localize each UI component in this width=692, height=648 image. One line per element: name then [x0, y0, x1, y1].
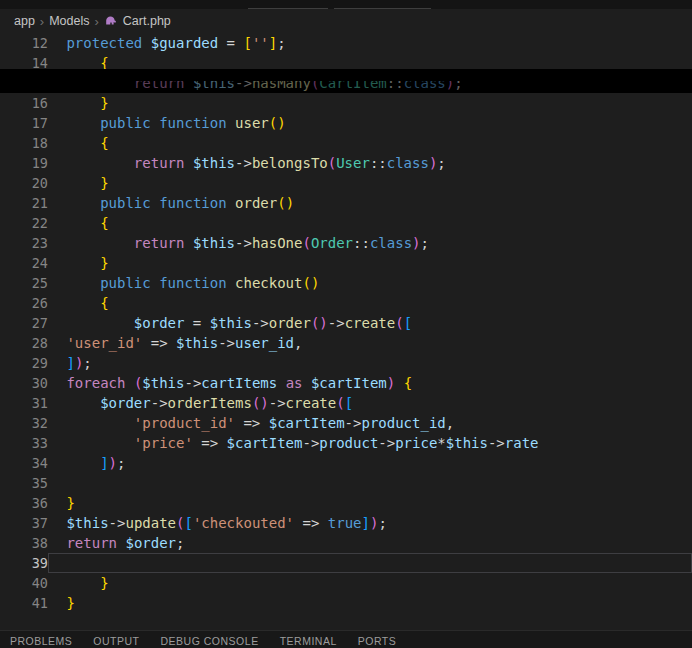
line-number[interactable]: [0, 73, 48, 93]
code-line[interactable]: 31 $order->orderItems()->create([: [0, 393, 692, 413]
breadcrumb-item-models[interactable]: Models: [49, 14, 89, 28]
line-number[interactable]: 29: [0, 353, 48, 373]
code-token: [58, 155, 134, 171]
code-line[interactable]: 30 foreach ($this->cartItems as $cartIte…: [0, 373, 692, 393]
line-number[interactable]: 28: [0, 333, 48, 353]
code-token: cartItems: [201, 375, 277, 391]
code-token: ]: [100, 455, 108, 471]
line-number[interactable]: 40: [0, 573, 48, 593]
vscode-window: app › Models › Cart.php 12 protected $gu…: [0, 0, 692, 648]
code-line[interactable]: 39: [0, 553, 692, 573]
line-number[interactable]: 31: [0, 393, 48, 413]
code-line[interactable]: 23 return $this->hasOne(Order::class);: [0, 233, 692, 253]
code-line[interactable]: 28 'user_id' => $this->user_id,: [0, 333, 692, 353]
code-line[interactable]: 18 {: [0, 133, 692, 153]
code-token: [58, 395, 100, 411]
panel-tab-output[interactable]: OUTPUT: [93, 635, 139, 647]
code-token: [303, 375, 311, 391]
code-line[interactable]: 19 return $this->belongsTo(User::class);: [0, 153, 692, 173]
line-number[interactable]: 30: [0, 373, 48, 393]
code-token: [58, 575, 100, 591]
code-line[interactable]: 40 }: [0, 573, 692, 593]
code-line[interactable]: 38 return $order;: [0, 533, 692, 553]
breadcrumb-item-file[interactable]: Cart.php: [123, 14, 171, 28]
breadcrumb-item-app[interactable]: app: [14, 14, 35, 28]
code-token: =>: [142, 335, 176, 351]
code-line[interactable]: 37 $this->update(['checkouted' => true])…: [0, 513, 692, 533]
line-number[interactable]: 19: [0, 153, 48, 173]
line-number[interactable]: 41: [0, 593, 48, 613]
code-line[interactable]: 32 'product_id' => $cartItem->product_id…: [0, 413, 692, 433]
code-line[interactable]: 16 }: [0, 93, 692, 113]
code-token: 'user_id': [66, 335, 142, 351]
line-number[interactable]: 22: [0, 213, 48, 233]
code-token: ;: [421, 235, 429, 251]
panel-tab-problems[interactable]: PROBLEMS: [10, 635, 72, 647]
code-token: return: [66, 535, 117, 551]
code-token: [: [184, 515, 192, 531]
code-line[interactable]: 21 public function order(): [0, 193, 692, 213]
line-number[interactable]: 24: [0, 253, 48, 273]
code-text: ]);: [48, 453, 692, 473]
panel-tab-terminal[interactable]: TERMINAL: [280, 635, 337, 647]
line-number[interactable]: 33: [0, 433, 48, 453]
code-line[interactable]: 29 ]);: [0, 353, 692, 373]
code-token: ): [446, 75, 454, 91]
line-number[interactable]: 38: [0, 533, 48, 553]
code-line[interactable]: 41 }: [0, 593, 692, 613]
line-number[interactable]: 35: [0, 473, 48, 493]
code-line[interactable]: return $this->hasMany(CartItem::class);: [0, 73, 692, 93]
code-token: [184, 155, 192, 171]
code-token: ): [412, 235, 420, 251]
code-line[interactable]: 33 'price' => $cartItem->product->price*…: [0, 433, 692, 453]
code-token: [: [345, 395, 353, 411]
code-token: [151, 195, 159, 211]
code-line[interactable]: 12 protected $guarded = [''];: [0, 33, 692, 53]
code-token: order: [269, 315, 311, 331]
code-token: $cartItem: [227, 435, 303, 451]
code-line[interactable]: 22 {: [0, 213, 692, 233]
code-text: }: [48, 93, 692, 113]
code-token: 'checkouted': [193, 515, 294, 531]
panel-tab-bar: PROBLEMSOUTPUTDEBUG CONSOLETERMINALPORTS: [0, 630, 692, 648]
code-token: (: [395, 315, 403, 331]
code-token: rate: [505, 435, 539, 451]
line-number[interactable]: 20: [0, 173, 48, 193]
line-number[interactable]: 16: [0, 93, 48, 113]
code-token: ): [109, 455, 117, 471]
code-line[interactable]: 25 public function checkout(): [0, 273, 692, 293]
line-number[interactable]: 17: [0, 113, 48, 133]
line-number[interactable]: 34: [0, 453, 48, 473]
line-number[interactable]: 26: [0, 293, 48, 313]
code-token: $this: [446, 435, 488, 451]
code-line[interactable]: 24 }: [0, 253, 692, 273]
line-number[interactable]: 18: [0, 133, 48, 153]
code-token: (: [336, 395, 344, 411]
code-line[interactable]: 17 public function user(): [0, 113, 692, 133]
line-number[interactable]: 25: [0, 273, 48, 293]
line-number[interactable]: 37: [0, 513, 48, 533]
panel-tab-debug-console[interactable]: DEBUG CONSOLE: [161, 635, 259, 647]
line-number[interactable]: 32: [0, 413, 48, 433]
code-token: [58, 455, 100, 471]
code-line[interactable]: 36 }: [0, 493, 692, 513]
code-line[interactable]: 35: [0, 473, 692, 493]
code-token: }: [66, 495, 74, 511]
code-line[interactable]: 27 $order = $this->order()->create([: [0, 313, 692, 333]
tab-divider: [334, 8, 431, 9]
code-token: protected: [66, 35, 142, 51]
code-line[interactable]: 26 {: [0, 293, 692, 313]
line-number[interactable]: 27: [0, 313, 48, 333]
line-number[interactable]: 12: [0, 33, 48, 53]
code-token: =: [184, 315, 209, 331]
line-number[interactable]: 39: [0, 553, 48, 573]
code-token: (: [302, 235, 310, 251]
code-line[interactable]: 34 ]);: [0, 453, 692, 473]
line-number[interactable]: 36: [0, 493, 48, 513]
line-number[interactable]: 23: [0, 233, 48, 253]
php-file-icon: [104, 14, 118, 28]
code-text: ]);: [48, 353, 692, 373]
panel-tab-ports[interactable]: PORTS: [358, 635, 396, 647]
line-number[interactable]: 21: [0, 193, 48, 213]
code-line[interactable]: 20 }: [0, 173, 692, 193]
